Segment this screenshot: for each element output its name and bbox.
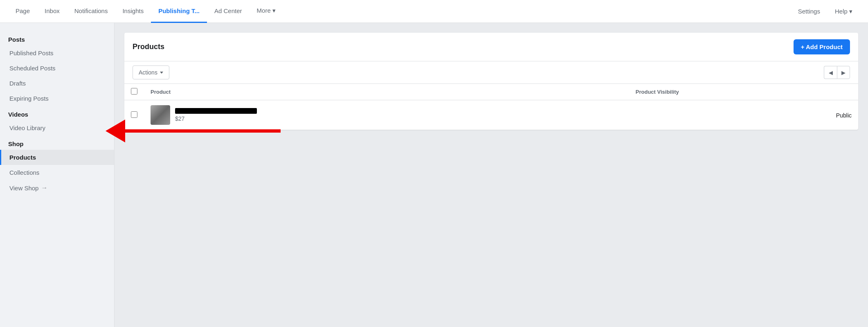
product-info: $27 <box>151 105 623 125</box>
nav-settings[interactable]: Settings <box>791 0 828 23</box>
actions-label: Actions <box>139 69 157 76</box>
sidebar-item-scheduled-posts[interactable]: Scheduled Posts <box>0 61 114 76</box>
product-visibility-cell: Public <box>629 100 858 130</box>
product-thumbnail <box>151 105 170 125</box>
table-header: Product Product Visibility <box>124 84 858 100</box>
sidebar-item-view-shop[interactable]: View Shop → <box>0 180 114 196</box>
column-product: Product <box>144 84 629 100</box>
red-arrow <box>124 129 281 133</box>
products-title: Products <box>133 43 164 51</box>
row-checkbox-cell <box>124 100 144 130</box>
sidebar-item-drafts[interactable]: Drafts <box>0 76 114 91</box>
nav-help[interactable]: Help ▾ <box>828 0 860 23</box>
sidebar-section-shop: Shop <box>0 135 114 150</box>
page-layout: Posts Published Posts Scheduled Posts Dr… <box>0 23 868 327</box>
red-arrow-annotation <box>124 129 281 133</box>
sidebar-item-products[interactable]: Products <box>0 150 114 165</box>
view-shop-label: View Shop <box>9 185 38 192</box>
external-link-icon: → <box>41 184 47 192</box>
header-checkbox-cell <box>124 84 144 100</box>
nav-notifications[interactable]: Notifications <box>67 0 115 23</box>
table-row: $27 Public <box>124 100 858 130</box>
sidebar-item-collections[interactable]: Collections <box>0 165 114 180</box>
products-card: Products + Add Product Actions ◀ ▶ <box>124 33 858 130</box>
select-all-checkbox[interactable] <box>131 88 137 95</box>
nav-insights[interactable]: Insights <box>115 0 151 23</box>
toolbar-row: Actions ◀ ▶ <box>124 61 858 84</box>
top-navigation: Page Inbox Notifications Insights Publis… <box>0 0 868 23</box>
sidebar-section-videos: Videos <box>0 106 114 120</box>
column-visibility: Product Visibility <box>629 84 858 100</box>
chevron-down-icon <box>160 72 163 74</box>
product-details: $27 <box>175 108 257 122</box>
nav-more[interactable]: More ▾ <box>250 0 283 23</box>
nav-right: Settings Help ▾ <box>791 0 860 23</box>
next-page-button[interactable]: ▶ <box>837 66 850 79</box>
sidebar-section-posts: Posts <box>0 31 114 45</box>
product-name-redacted <box>175 108 257 114</box>
visibility-value: Public <box>836 112 852 119</box>
arrow-line <box>125 129 281 133</box>
row-checkbox[interactable] <box>131 111 137 118</box>
products-table: Product Product Visibility <box>124 84 858 130</box>
nav-left: Page Inbox Notifications Insights Publis… <box>8 0 283 23</box>
pagination-arrows: ◀ ▶ <box>824 66 850 79</box>
products-card-header: Products + Add Product <box>124 33 858 61</box>
main-content: Products + Add Product Actions ◀ ▶ <box>115 23 868 327</box>
sidebar-item-video-library[interactable]: Video Library <box>0 120 114 135</box>
nav-publishing-tools[interactable]: Publishing T... <box>151 0 207 23</box>
add-product-button[interactable]: + Add Product <box>794 39 850 54</box>
table-body: $27 Public <box>124 100 858 130</box>
sidebar-item-published-posts[interactable]: Published Posts <box>0 45 114 61</box>
sidebar: Posts Published Posts Scheduled Posts Dr… <box>0 23 115 327</box>
thumbnail-image <box>151 105 170 125</box>
nav-inbox[interactable]: Inbox <box>37 0 67 23</box>
nav-page[interactable]: Page <box>8 0 37 23</box>
product-cell: $27 <box>144 100 629 130</box>
sidebar-item-expiring-posts[interactable]: Expiring Posts <box>0 91 114 106</box>
product-price: $27 <box>175 115 257 122</box>
prev-page-button[interactable]: ◀ <box>824 66 837 79</box>
actions-button[interactable]: Actions <box>133 65 169 79</box>
nav-ad-center[interactable]: Ad Center <box>207 0 250 23</box>
